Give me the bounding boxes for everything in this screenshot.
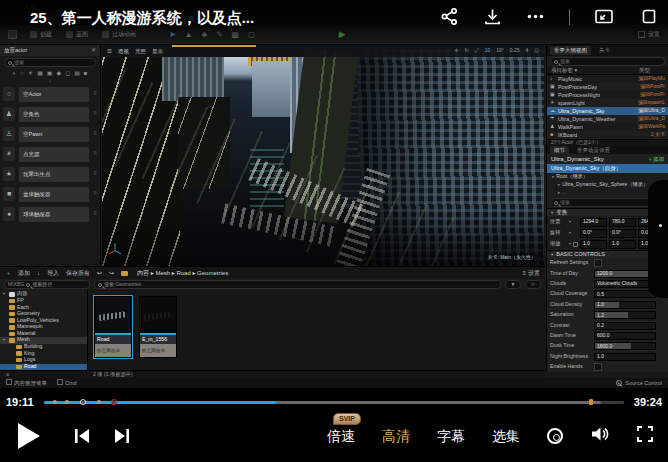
progress-marker[interactable] xyxy=(97,400,101,404)
cmd-console: Cmd xyxy=(57,379,77,386)
next-button[interactable] xyxy=(112,427,132,449)
actor-chip: 盒体触发器 xyxy=(18,186,90,203)
bright-building xyxy=(252,61,292,117)
subtitle-button[interactable]: 字幕 xyxy=(437,428,465,444)
folder-row: Material xyxy=(0,331,87,338)
search-placeholder: 搜索 xyxy=(560,59,570,65)
seek-bar[interactable] xyxy=(44,401,624,404)
favorite-icon: ☆ xyxy=(525,280,541,289)
property-value: 0.2 xyxy=(597,323,604,329)
visual-icon: ◆ xyxy=(57,70,62,77)
perspective-button: 透视 xyxy=(118,48,129,54)
folder-label: Material xyxy=(17,331,35,337)
asset-search-input: 搜索 Geometries xyxy=(94,280,501,289)
actor-icon: ▣ xyxy=(550,92,556,98)
asset-name: E_m_1556 xyxy=(140,335,176,344)
property-label: Refresh Settings xyxy=(550,260,592,266)
forward-icon: ↪ xyxy=(109,270,114,277)
property-value-box: 1.2 xyxy=(594,311,656,319)
actor-type: 编辑PostPr xyxy=(640,84,665,90)
current-time: 19:11 xyxy=(6,396,38,409)
drawer-icon xyxy=(6,379,12,385)
grid-snap-value: 10 xyxy=(485,48,491,54)
folder-label: FP xyxy=(17,298,24,304)
speed-control[interactable]: SVIP 倍速 xyxy=(327,427,355,445)
actor-chip-label: 空Actor xyxy=(23,91,41,97)
folder-label: Each xyxy=(17,305,29,311)
folder-label: Geometry xyxy=(17,311,40,317)
drag-handle-icon: ⠿ xyxy=(93,211,97,217)
property-label: Saturation xyxy=(550,312,592,318)
property-value: Volumetric Clouds xyxy=(597,281,637,287)
bottom-shadow xyxy=(102,207,544,266)
column-item-label: 项目标签 ▾ xyxy=(551,67,577,73)
folder-icon xyxy=(9,299,15,304)
actor-chip: 空Actor xyxy=(18,86,90,103)
fullscreen-button[interactable] xyxy=(636,425,654,447)
actor-chip: 空Pawn xyxy=(18,126,90,143)
progress-marker[interactable] xyxy=(53,400,57,404)
actor-type-icon: ☀ xyxy=(3,147,15,161)
share-button[interactable] xyxy=(440,7,459,26)
component-label: Root（继承） xyxy=(556,174,588,180)
selected-instance-row: Ultra_Dynamic_Sky（自身） xyxy=(547,164,668,173)
property-value-box: 1200.0 xyxy=(594,270,656,278)
actor-label: PlayMusic xyxy=(558,76,582,82)
more-icon xyxy=(526,7,545,26)
property-value: 0.5 xyxy=(597,292,604,298)
cinematic-icon: ▣ xyxy=(47,70,53,77)
component-row: Root（继承） xyxy=(547,173,668,181)
video-surface[interactable]: 文件 Main MainWo Firebat WalkPawn 创建 蓝图 过场… xyxy=(0,0,668,388)
lock-icon xyxy=(573,242,578,247)
quality-button[interactable]: 高清 xyxy=(382,428,410,444)
miniplayer-button[interactable] xyxy=(638,7,658,26)
previous-button[interactable] xyxy=(72,427,92,449)
property-label: Enable Hands xyxy=(550,364,592,370)
pip-button[interactable] xyxy=(594,7,614,26)
search-icon xyxy=(98,283,102,287)
actor-chip: 球体触发器 xyxy=(18,206,90,223)
asset-tile: Road 静态网格体 xyxy=(94,296,132,358)
asset-tile: E_m_1556 静态网格体 xyxy=(139,296,177,358)
shapes-icon: ▦ xyxy=(37,70,43,77)
svip-badge[interactable]: SVIP xyxy=(333,413,361,425)
search-placeholder: 搜索 Geometries xyxy=(104,282,141,288)
folder-icon xyxy=(121,271,128,276)
ad-marker xyxy=(589,399,593,405)
folder-row: Geometry xyxy=(0,311,87,318)
property-value-box: 1800.0 xyxy=(594,342,656,350)
more-button[interactable] xyxy=(526,7,545,26)
actor-type: 编辑PlayMu xyxy=(638,76,665,82)
search-placeholder: 搜索 xyxy=(560,200,570,206)
actor-type-icon: ○ xyxy=(3,87,15,101)
folder-icon xyxy=(16,345,22,350)
actor-label: WalkPawn xyxy=(558,124,583,130)
property-label: Night Brightness xyxy=(550,354,592,360)
search-icon xyxy=(554,201,558,205)
folder-row: Building xyxy=(0,344,87,351)
property-value-box xyxy=(594,363,602,371)
progress-marker-red[interactable] xyxy=(111,399,117,405)
search-icon xyxy=(8,61,12,65)
place-actor-row: ■ 盒体触发器 ⠿ xyxy=(3,186,97,203)
previous-icon xyxy=(72,427,92,445)
progress-marker[interactable] xyxy=(65,400,69,404)
place-search-input: 搜索 xyxy=(4,58,96,67)
speed-label[interactable]: 倍速 xyxy=(327,428,355,444)
actor-type-icon: ★ xyxy=(3,167,15,181)
add-component-button: ＋添加 xyxy=(648,156,665,162)
episodes-button[interactable]: 选集 xyxy=(492,428,520,444)
actor-icon: ☀ xyxy=(550,100,556,106)
progress-marker-ring[interactable] xyxy=(80,399,86,405)
volume-button[interactable] xyxy=(590,425,609,447)
path-search-input: MIXBG搜索路径 xyxy=(4,280,90,289)
play-button[interactable] xyxy=(18,423,40,449)
property-value-box: 0.2 xyxy=(594,322,656,330)
place-panel-title: 放置actor xyxy=(4,47,27,53)
folder-label: Logs xyxy=(24,357,35,363)
list-icon: ≡ xyxy=(522,270,526,277)
download-button[interactable] xyxy=(483,7,502,26)
actor-type: 编辑Ultra_D xyxy=(638,108,665,114)
folder-label: Mesh xyxy=(17,337,30,343)
settings-dial-icon[interactable] xyxy=(547,428,563,444)
